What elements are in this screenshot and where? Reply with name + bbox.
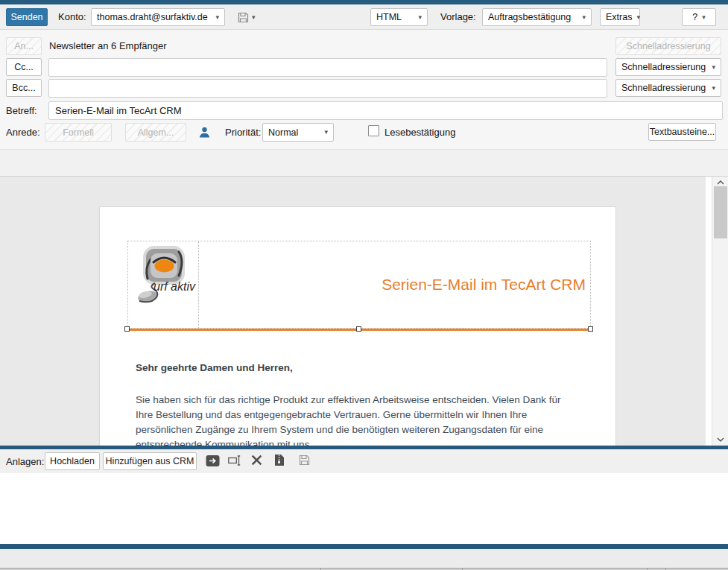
person-icon[interactable] <box>198 126 211 139</box>
attachments-toolbar: Anlagen: Hochladen Hinzufügen aus CRM <box>0 449 728 473</box>
scroll-down-icon[interactable] <box>712 434 728 446</box>
dropdown-caret-icon: ▾ <box>324 129 328 136</box>
dropdown-caret-icon: ▾ <box>418 14 422 21</box>
subject-input-value: Serien-E-Mail im TecArt CRM <box>55 105 182 116</box>
text-blocks-button[interactable]: Textbausteine... <box>648 123 716 141</box>
subject-input[interactable]: Serien-E-Mail im TecArt CRM <box>48 101 723 120</box>
format-select[interactable]: HTML ▾ <box>370 8 428 26</box>
dropdown-caret-icon: ▾ <box>582 14 586 21</box>
quick-address-label: Schnelladressierung <box>621 83 706 93</box>
surf-aktiv-logo: urf aktiv <box>133 246 198 308</box>
send-button[interactable]: Senden <box>6 8 48 26</box>
logo-cell: urf aktiv <box>128 241 199 328</box>
upload-attachment-button[interactable]: Hochladen <box>45 452 100 470</box>
priority-select-value: Normal <box>268 127 298 138</box>
dropdown-caret-icon: ▾ <box>712 85 715 92</box>
attachments-drop-area[interactable] <box>0 473 728 544</box>
add-from-crm-button[interactable]: Hinzufügen aus CRM <box>103 452 197 470</box>
rename-icon[interactable] <box>228 455 241 466</box>
delete-icon[interactable] <box>250 454 263 466</box>
zip-icon[interactable] <box>274 454 285 466</box>
dropdown-caret-icon: ▾ <box>252 14 256 21</box>
dropdown-caret-icon: ▾ <box>636 14 640 21</box>
save-icon <box>237 11 250 24</box>
header-fields-section: An... Newsletter an 6 Empfänger Schnella… <box>0 30 728 149</box>
email-header-table[interactable]: urf aktiv Serien-E-Mail im TecArt CRM <box>127 241 591 329</box>
priority-select[interactable]: Normal ▾ <box>262 123 334 142</box>
quick-address-to-button: Schnelladressierung <box>615 37 721 55</box>
template-label: Vorlage: <box>440 8 476 26</box>
template-select[interactable]: Auftragsbestätigung ▾ <box>482 8 592 26</box>
cc-input[interactable] <box>48 58 607 77</box>
format-select-value: HTML <box>376 12 402 22</box>
salutation-formal-button: Formell <box>45 123 112 142</box>
read-receipt-label: Lesebestätigung <box>384 124 455 142</box>
extras-label: Extras <box>606 12 632 22</box>
dropdown-caret-icon: ▾ <box>215 14 219 21</box>
resize-handle-left[interactable] <box>124 326 130 332</box>
bottom-spacer <box>0 549 728 568</box>
quick-address-bcc-button[interactable]: Schnelladressierung ▾ <box>615 79 721 97</box>
editor-margin <box>706 177 712 446</box>
forward-attachment-icon[interactable] <box>206 455 220 467</box>
scrollbar-thumb[interactable] <box>714 186 727 238</box>
email-heading: Serien-E-Mail im TecArt CRM <box>382 276 586 294</box>
email-body-editor[interactable]: urf aktiv Serien-E-Mail im TecArt CRM Se… <box>0 177 712 446</box>
dropdown-caret-icon: ▾ <box>712 64 715 71</box>
editor-vertical-scrollbar[interactable] <box>712 177 728 446</box>
read-receipt-checkbox[interactable] <box>368 125 379 136</box>
attachments-label: Anlagen: <box>6 453 44 471</box>
help-label: ? <box>692 12 697 22</box>
quick-address-label: Schnelladressierung <box>621 62 706 72</box>
to-recipients-text: Newsletter an 6 Empfänger <box>49 37 167 55</box>
account-select-value: thomas.draht@surfaktiv.de <box>97 12 208 22</box>
email-compose-window: Senden Konto: thomas.draht@surfaktiv.de … <box>0 0 728 570</box>
resize-handle-center[interactable] <box>356 326 361 332</box>
formatting-toolbar: Schriftart▾ Größe▾ A ▾ A ▾ ▾ ▾ <box>0 149 728 177</box>
priority-label: Priorität: <box>225 124 261 142</box>
template-select-value: Auftragsbestätigung <box>488 12 571 22</box>
dropdown-caret-icon: ▾ <box>702 14 706 21</box>
cc-button[interactable]: Cc... <box>6 58 42 76</box>
extras-menu-button[interactable]: Extras ▾ <box>600 8 640 26</box>
salutation-label: Anrede: <box>6 124 40 142</box>
account-label: Konto: <box>58 8 86 26</box>
to-button: An... <box>6 37 42 55</box>
save-attachment-icon[interactable] <box>298 454 311 466</box>
quick-address-cc-button[interactable]: Schnelladressierung ▾ <box>615 58 721 76</box>
help-menu-button[interactable]: ? ▾ <box>682 8 716 26</box>
resize-handle-right[interactable] <box>588 326 593 332</box>
bcc-button[interactable]: Bcc... <box>6 79 42 97</box>
main-toolbar: Senden Konto: thomas.draht@surfaktiv.de … <box>0 4 728 30</box>
email-paragraph: Sie haben sich für das richtige Produkt … <box>136 393 564 446</box>
logo-text: urf aktiv <box>153 280 195 294</box>
salutation-general-button: Allgem... <box>125 123 186 142</box>
heading-cell: Serien-E-Mail im TecArt CRM <box>200 241 590 328</box>
save-draft-split-button[interactable]: ▾ <box>237 8 267 26</box>
bcc-input[interactable] <box>48 79 607 98</box>
email-page[interactable]: urf aktiv Serien-E-Mail im TecArt CRM Se… <box>99 206 616 446</box>
account-select[interactable]: thomas.draht@surfaktiv.de ▾ <box>91 8 225 26</box>
bottom-accent-bar <box>0 544 728 549</box>
email-greeting: Sehr geehrte Damen und Herren, <box>136 362 293 373</box>
subject-label: Betreff: <box>6 102 37 120</box>
